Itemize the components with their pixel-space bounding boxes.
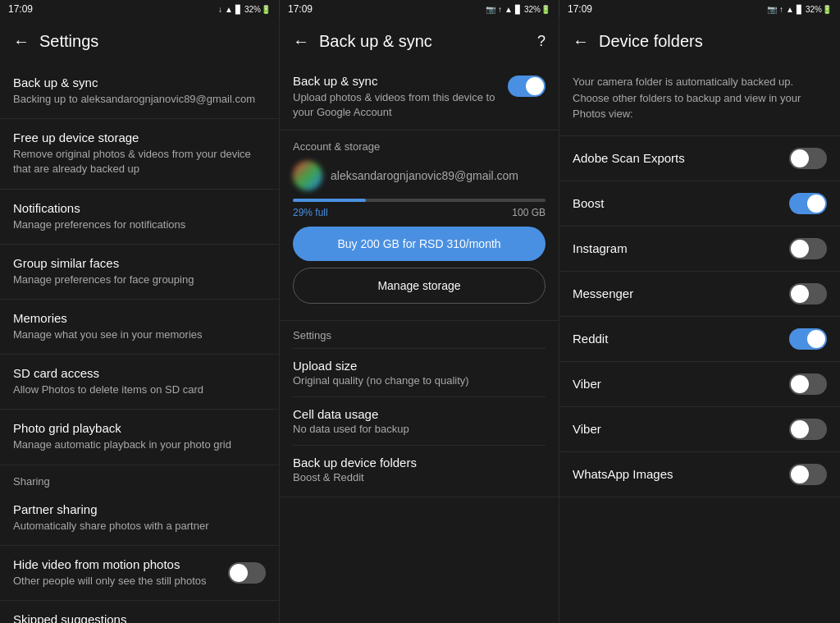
photo-grid-subtitle: Manage automatic playback in your photo … (13, 437, 266, 452)
status-icons-1: ↓ ▲ ▊ 32%🔋 (218, 5, 271, 14)
signal-icon-1: ▊ (235, 5, 242, 14)
battery-icon-3: 32%🔋 (806, 5, 832, 14)
backup-folders-row[interactable]: Back up device folders Boost & Reddit (293, 445, 546, 493)
upload-icon-3: ↑ (779, 5, 783, 14)
folder-item-viber-2[interactable]: Viber (559, 407, 840, 452)
folder-toggle-viber-1[interactable] (789, 373, 827, 395)
settings-item-backup[interactable]: Back up & sync Backing up to aleksandaro… (0, 64, 279, 119)
folder-name-messenger: Messenger (573, 286, 633, 300)
partner-sharing-title: Partner sharing (13, 502, 266, 516)
wifi-icon-2: ▲ (504, 5, 513, 14)
time-3: 17:09 (568, 3, 592, 15)
device-folders-panel: ← Device folders Your camera folder is a… (559, 18, 840, 623)
settings-item-photo-grid[interactable]: Photo grid playback Manage automatic pla… (0, 410, 279, 465)
panels-container: ← Settings Back up & sync Backing up to … (0, 18, 840, 623)
partner-sharing-subtitle: Automatically share photos with a partne… (13, 519, 266, 534)
storage-bar-fill (293, 199, 366, 202)
settings-item-hide-video[interactable]: Hide video from motion photos Other peop… (0, 546, 279, 601)
backup-sync-subtitle: Backing up to aleksandarognjanovic89@gma… (13, 92, 266, 107)
face-grouping-title: Group similar faces (13, 256, 266, 270)
battery-icon-1: 32%🔋 (244, 5, 271, 14)
device-folders-title: Device folders (599, 32, 703, 51)
storage-bar: 29% full 100 GB (293, 199, 546, 218)
hide-video-title: Hide video from motion photos (13, 557, 207, 571)
memories-subtitle: Manage what you see in your memories (13, 328, 266, 342)
backup-sync-title: Back up & sync (13, 76, 266, 89)
folder-item-whatsapp[interactable]: WhatsApp Images (559, 452, 840, 497)
hide-video-subtitle: Other people will only see the still pho… (13, 574, 207, 589)
folder-item-messenger[interactable]: Messenger (559, 272, 840, 317)
device-folders-back-button[interactable]: ← (573, 32, 589, 51)
sd-card-title: SD card access (13, 366, 266, 380)
backup-sync-panel: ← Back up & sync ? Back up & sync Upload… (280, 18, 559, 623)
folder-item-viber-1[interactable]: Viber (559, 362, 840, 407)
status-icons-2: 📷 ↑ ▲ ▊ 32%🔋 (486, 5, 550, 14)
settings-item-memories[interactable]: Memories Manage what you see in your mem… (0, 300, 279, 355)
account-row: aleksandarognjanovic89@gmail.com (293, 161, 546, 190)
sd-card-subtitle: Allow Photos to delete items on SD card (13, 383, 266, 397)
battery-icon-2: 32%🔋 (524, 5, 550, 14)
settings-item-face-grouping[interactable]: Group similar faces Manage preferences f… (0, 245, 279, 300)
backup-settings-label: Settings (293, 329, 546, 341)
settings-back-button[interactable]: ← (13, 32, 30, 51)
cell-data-row[interactable]: Cell data usage No data used for backup (293, 396, 546, 445)
buy-storage-button[interactable]: Buy 200 GB for RSD 310/month (293, 227, 546, 261)
settings-item-partner-sharing[interactable]: Partner sharing Automatically share phot… (0, 491, 279, 546)
settings-item-free-storage[interactable]: Free up device storage Remove original p… (0, 119, 279, 189)
folder-name-viber-2: Viber (573, 422, 601, 436)
photo-icon: 📷 (486, 5, 495, 14)
status-bar-panel-2: 17:09 📷 ↑ ▲ ▊ 32%🔋 (280, 0, 559, 18)
wifi-icon-3: ▲ (786, 5, 794, 14)
backup-sync-toggle[interactable] (508, 76, 546, 97)
hide-video-toggle[interactable] (228, 562, 266, 584)
backup-toggle-section: Back up & sync Upload photos & videos fr… (280, 64, 559, 131)
upload-size-title: Upload size (293, 359, 546, 373)
manage-storage-button[interactable]: Manage storage (293, 268, 546, 304)
folder-toggle-instagram[interactable] (789, 238, 827, 259)
folder-item-boost[interactable]: Boost (559, 181, 840, 227)
backup-sync-panel-title: Back up & sync (319, 32, 432, 51)
account-avatar (293, 161, 322, 190)
wifi-icon-1: ▲ (225, 5, 233, 14)
memories-title: Memories (13, 311, 266, 325)
settings-item-notifications[interactable]: Notifications Manage preferences for not… (0, 190, 279, 245)
storage-text: 29% full 100 GB (293, 207, 546, 218)
time-2: 17:09 (288, 3, 313, 15)
cell-data-title: Cell data usage (293, 407, 546, 421)
folder-toggle-whatsapp[interactable] (789, 464, 827, 485)
photo-icon-3: 📷 (767, 5, 777, 14)
storage-total-label: 100 GB (512, 207, 546, 218)
sharing-section-label: Sharing (0, 465, 279, 491)
folder-toggle-boost[interactable] (789, 193, 827, 214)
folder-toggle-viber-2[interactable] (789, 419, 827, 440)
time-1: 17:09 (8, 3, 33, 15)
folder-name-boost: Boost (573, 196, 604, 210)
settings-panel: ← Settings Back up & sync Backing up to … (0, 18, 280, 623)
settings-item-sd-card[interactable]: SD card access Allow Photos to delete it… (0, 355, 279, 410)
notifications-subtitle: Manage preferences for notifications (13, 218, 266, 232)
notifications-title: Notifications (13, 201, 266, 215)
folder-toggle-reddit[interactable] (789, 328, 827, 350)
account-email: aleksandarognjanovic89@gmail.com (331, 169, 518, 182)
storage-bar-background (293, 199, 546, 202)
folder-toggle-messenger[interactable] (789, 283, 827, 305)
backup-folders-title: Back up device folders (293, 456, 546, 470)
backup-toggle-subtitle: Upload photos & videos from this device … (293, 90, 498, 120)
folder-item-reddit[interactable]: Reddit (559, 317, 840, 362)
free-storage-title: Free up device storage (13, 131, 266, 144)
backup-back-button[interactable]: ← (293, 32, 309, 51)
help-icon[interactable]: ? (537, 33, 546, 50)
free-storage-subtitle: Remove original photos & videos from you… (13, 147, 266, 176)
folder-name-reddit: Reddit (573, 332, 608, 346)
status-bars: 17:09 ↓ ▲ ▊ 32%🔋 17:09 📷 ↑ ▲ ▊ 32%🔋 17:0… (0, 0, 840, 18)
status-icons-3: 📷 ↑ ▲ ▊ 32%🔋 (767, 5, 832, 14)
upload-size-row[interactable]: Upload size Original quality (no change … (293, 348, 546, 396)
folder-toggle-adobe[interactable] (789, 148, 827, 169)
settings-item-skipped[interactable]: Skipped suggestions View & remove your s… (0, 601, 279, 623)
folder-item-instagram[interactable]: Instagram (559, 227, 840, 272)
upload-icon: ↑ (498, 5, 502, 14)
backup-toggle-title: Back up & sync (293, 74, 498, 88)
folder-item-adobe[interactable]: Adobe Scan Exports (559, 136, 840, 181)
cell-data-subtitle: No data used for backup (293, 423, 546, 435)
settings-header: ← Settings (0, 18, 279, 64)
